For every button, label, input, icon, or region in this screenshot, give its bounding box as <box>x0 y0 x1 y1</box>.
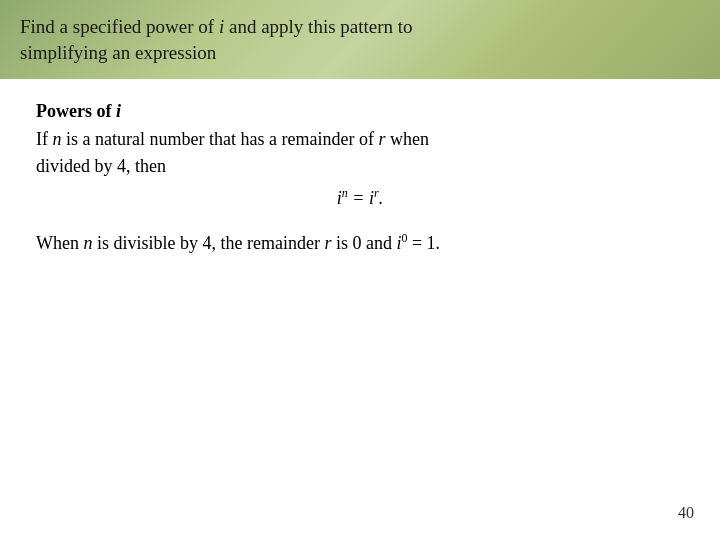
page-number: 40 <box>678 504 694 522</box>
header-text: Find a specified power of i and apply th… <box>20 14 413 65</box>
content-area: Powers of i If n is a natural number tha… <box>0 79 720 277</box>
description-text: If n is a natural number that has a rema… <box>36 126 684 180</box>
formula-line: in = ir. <box>36 186 684 209</box>
header-banner: Find a specified power of i and apply th… <box>0 0 720 79</box>
powers-heading: Powers of i <box>36 101 684 122</box>
when-text: When n is divisible by 4, the remainder … <box>36 229 684 257</box>
